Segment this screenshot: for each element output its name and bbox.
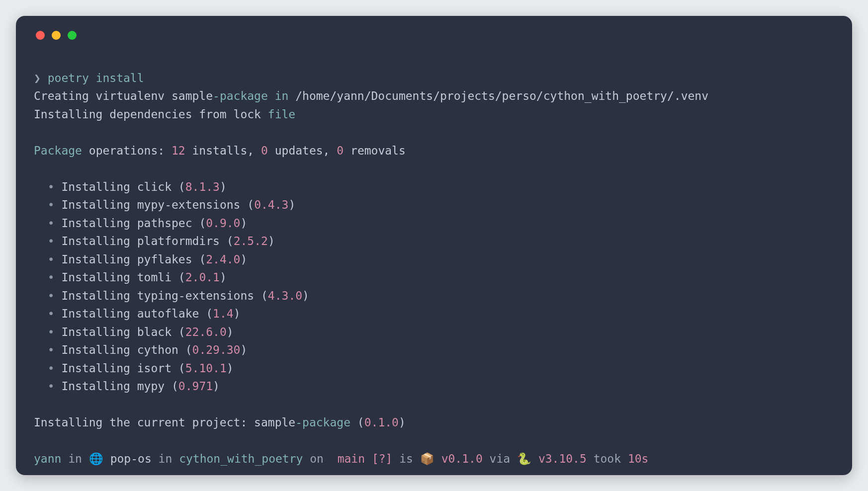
bullet-icon: • — [48, 198, 55, 211]
prompt-pkg-version: v0.1.0 — [441, 452, 483, 465]
list-item: • Installing tomli (2.0.1) — [34, 268, 838, 287]
package-list: • Installing click (8.1.3) • Installing … — [34, 178, 838, 396]
list-item: • Installing mypy (0.971) — [34, 377, 838, 396]
venv-line: Creating virtualenv sample-package in /h… — [34, 89, 708, 102]
bullet-icon: • — [48, 326, 55, 338]
prompt-took: 10s — [628, 452, 649, 465]
prompt-dir: cython_with_poetry — [179, 452, 303, 465]
bullet-icon: • — [48, 343, 55, 356]
lockfile-line: Installing dependencies from lock file — [34, 108, 295, 121]
list-item: • Installing typing-extensions (4.3.0) — [34, 287, 838, 305]
bullet-icon: • — [48, 380, 55, 393]
list-item: • Installing isort (5.10.1) — [34, 359, 838, 378]
list-item: • Installing black (22.6.0) — [34, 323, 838, 341]
package-version: 4.3.0 — [268, 289, 302, 302]
list-item: • Installing pathspec (0.9.0) — [34, 214, 838, 233]
package-version: 2.0.1 — [185, 271, 220, 284]
close-icon[interactable] — [36, 31, 45, 40]
globe-icon: 🌐 — [89, 452, 103, 465]
prompt-git-status: [?] — [372, 452, 393, 465]
package-version: 0.29.30 — [192, 343, 241, 356]
prompt-user: yann — [34, 452, 61, 465]
list-item: • Installing pyflakes (2.4.0) — [34, 250, 838, 269]
package-version: 0.4.3 — [254, 198, 288, 211]
terminal-output: ❯ poetry install Creating virtualenv sam… — [30, 51, 838, 468]
python-icon: 🐍 — [517, 452, 531, 465]
prompt-host: pop-os — [110, 452, 152, 465]
bullet-icon: • — [48, 235, 55, 247]
bullet-icon: • — [48, 180, 55, 193]
prompt-branch: main — [338, 452, 365, 465]
bullet-icon: • — [48, 253, 55, 266]
window-controls — [30, 28, 838, 51]
bullet-icon: • — [48, 271, 55, 284]
list-item: • Installing cython (0.29.30) — [34, 341, 838, 359]
package-version: 2.4.0 — [206, 253, 240, 266]
package-version: 0.9.0 — [206, 217, 240, 230]
prompt-glyph: ❯ — [34, 72, 48, 84]
bullet-icon: • — [48, 217, 55, 230]
shell-prompt[interactable]: yann in 🌐 pop-os in cython_with_poetry o… — [34, 452, 648, 465]
package-icon: 📦 — [420, 452, 434, 465]
list-item: • Installing click (8.1.3) — [34, 178, 838, 196]
package-version: 1.4 — [213, 307, 234, 320]
terminal-window: ❯ poetry install Creating virtualenv sam… — [16, 16, 852, 475]
list-item: • Installing autoflake (1.4) — [34, 305, 838, 323]
list-item: • Installing mypy-extensions (0.4.3) — [34, 196, 838, 214]
current-project-line: Installing the current project: sample-p… — [34, 416, 406, 429]
bullet-icon: • — [48, 362, 55, 375]
maximize-icon[interactable] — [68, 31, 77, 40]
package-version: 2.5.2 — [234, 235, 268, 247]
prompt-py-version: v3.10.5 — [538, 452, 587, 465]
package-version: 0.971 — [178, 380, 213, 393]
package-version: 5.10.1 — [185, 362, 227, 375]
operations-line: Package operations: 12 installs, 0 updat… — [34, 144, 406, 157]
bullet-icon: • — [48, 307, 55, 320]
list-item: • Installing platformdirs (2.5.2) — [34, 232, 838, 250]
bullet-icon: • — [48, 289, 55, 302]
minimize-icon[interactable] — [52, 31, 61, 40]
command-text: poetry install — [48, 72, 144, 84]
package-version: 22.6.0 — [185, 326, 227, 338]
package-version: 8.1.3 — [185, 180, 220, 193]
